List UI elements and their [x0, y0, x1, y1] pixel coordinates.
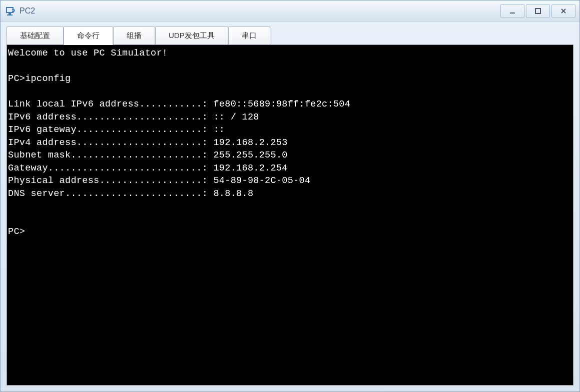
tab-command-line[interactable]: 命令行: [64, 26, 113, 45]
terminal-ipv4-address: IPv4 address......................: 192.…: [8, 138, 288, 148]
terminal-output[interactable]: Welcome to use PC Simulator! PC>ipconfig…: [7, 44, 573, 386]
titlebar: PC2: [1, 0, 579, 22]
window-controls: [499, 4, 575, 18]
tab-serial[interactable]: 串口: [228, 26, 270, 44]
content-area: 基础配置 命令行 组播 UDP发包工具 串口 Welcome to use PC…: [1, 22, 579, 392]
minimize-button[interactable]: [500, 4, 524, 18]
terminal-prompt-ipconfig: PC>ipconfig: [8, 74, 71, 84]
terminal-physical-address: Physical address..................: 54-8…: [8, 176, 310, 186]
svg-rect-2: [510, 12, 515, 14]
terminal-ipv6-gateway: IPv6 gateway......................: ::: [8, 124, 225, 135]
terminal-prompt: PC>: [8, 226, 25, 237]
terminal-gateway: Gateway...........................: 192.…: [8, 163, 288, 174]
app-icon: [5, 5, 17, 17]
tab-udp-tool[interactable]: UDP发包工具: [155, 26, 228, 44]
svg-rect-1: [7, 14, 13, 16]
svg-rect-3: [535, 8, 540, 14]
terminal-ipv6-link-local: Link local IPv6 address...........: fe80…: [8, 99, 350, 110]
tab-bar: 基础配置 命令行 组播 UDP发包工具 串口: [7, 26, 573, 44]
tab-basic-config[interactable]: 基础配置: [7, 26, 64, 44]
svg-rect-0: [9, 12, 11, 14]
terminal-welcome: Welcome to use PC Simulator!: [8, 48, 168, 58]
pc-simulator-window: PC2 基础配置 命令行 组播 UDP发包工具 串口 Welcome to us…: [0, 0, 580, 392]
tab-multicast[interactable]: 组播: [113, 26, 155, 44]
window-title: PC2: [20, 6, 499, 16]
terminal-subnet-mask: Subnet mask.......................: 255.…: [8, 150, 288, 160]
terminal-dns-server: DNS server........................: 8.8.…: [8, 188, 253, 199]
maximize-button[interactable]: [526, 4, 550, 18]
close-button[interactable]: [551, 4, 575, 18]
terminal-ipv6-address: IPv6 address......................: :: /…: [8, 112, 259, 122]
